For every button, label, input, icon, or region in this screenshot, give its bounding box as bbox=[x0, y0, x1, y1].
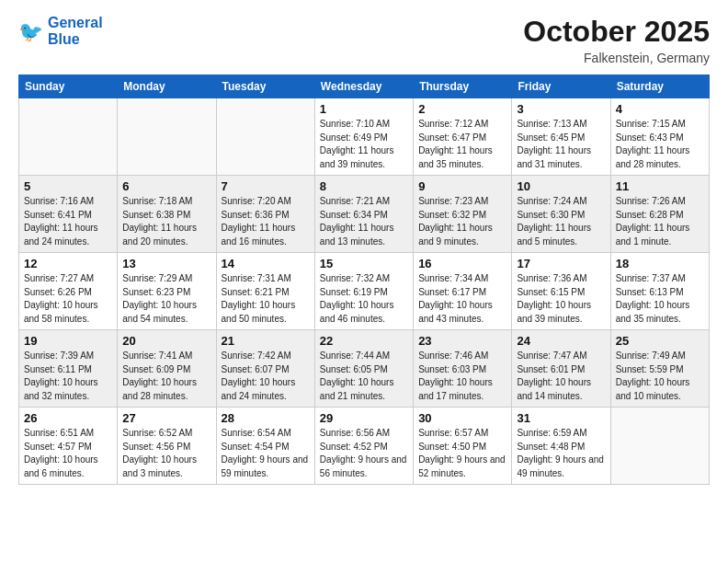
calendar-cell-w2d2: 6Sunrise: 7:18 AMSunset: 6:38 PMDaylight… bbox=[118, 176, 216, 253]
header-thursday: Thursday bbox=[414, 75, 512, 98]
calendar-cell-w4d1: 19Sunrise: 7:39 AMSunset: 6:11 PMDayligh… bbox=[19, 330, 118, 408]
day-number: 12 bbox=[24, 257, 112, 270]
day-number: 1 bbox=[320, 102, 408, 116]
day-info: Sunrise: 7:15 AMSunset: 6:43 PMDaylight:… bbox=[616, 118, 704, 171]
calendar-cell-w5d4: 29Sunrise: 6:56 AMSunset: 4:52 PMDayligh… bbox=[314, 408, 413, 485]
location: Falkenstein, Germany bbox=[523, 51, 710, 65]
day-info: Sunrise: 6:51 AMSunset: 4:57 PMDaylight:… bbox=[24, 427, 112, 480]
logo-line1: General bbox=[48, 15, 103, 31]
day-info: Sunrise: 7:20 AMSunset: 6:36 PMDaylight:… bbox=[222, 195, 310, 248]
calendar-cell-w4d6: 24Sunrise: 7:47 AMSunset: 6:01 PMDayligh… bbox=[512, 330, 610, 408]
calendar-table: Sunday Monday Tuesday Wednesday Thursday… bbox=[18, 75, 710, 485]
day-number: 20 bbox=[122, 334, 210, 348]
day-info: Sunrise: 6:54 AMSunset: 4:54 PMDaylight:… bbox=[222, 427, 310, 480]
calendar-week-4: 19Sunrise: 7:39 AMSunset: 6:11 PMDayligh… bbox=[19, 330, 710, 408]
calendar-cell-w4d2: 20Sunrise: 7:41 AMSunset: 6:09 PMDayligh… bbox=[118, 330, 216, 408]
calendar-cell-w1d6: 3Sunrise: 7:13 AMSunset: 6:45 PMDaylight… bbox=[512, 98, 610, 176]
calendar-week-3: 12Sunrise: 7:27 AMSunset: 6:26 PMDayligh… bbox=[19, 253, 710, 330]
day-number: 3 bbox=[517, 102, 605, 116]
day-number: 18 bbox=[616, 257, 704, 270]
calendar-cell-w1d1 bbox=[19, 98, 118, 176]
day-info: Sunrise: 7:27 AMSunset: 6:26 PMDaylight:… bbox=[24, 272, 112, 326]
calendar-cell-w3d5: 16Sunrise: 7:34 AMSunset: 6:17 PMDayligh… bbox=[414, 253, 512, 330]
calendar-cell-w3d3: 14Sunrise: 7:31 AMSunset: 6:21 PMDayligh… bbox=[216, 253, 314, 330]
day-number: 17 bbox=[517, 257, 605, 270]
day-info: Sunrise: 7:47 AMSunset: 6:01 PMDaylight:… bbox=[517, 350, 605, 403]
header-friday: Friday bbox=[512, 75, 610, 98]
calendar-week-1: 1Sunrise: 7:10 AMSunset: 6:49 PMDaylight… bbox=[19, 98, 710, 176]
calendar-cell-w2d1: 5Sunrise: 7:16 AMSunset: 6:41 PMDaylight… bbox=[19, 176, 118, 253]
calendar-cell-w4d4: 22Sunrise: 7:44 AMSunset: 6:05 PMDayligh… bbox=[314, 330, 413, 408]
day-number: 5 bbox=[24, 179, 112, 193]
day-info: Sunrise: 7:37 AMSunset: 6:13 PMDaylight:… bbox=[616, 272, 704, 326]
logo-line2: Blue bbox=[48, 31, 103, 48]
day-number: 7 bbox=[222, 179, 310, 193]
calendar-week-2: 5Sunrise: 7:16 AMSunset: 6:41 PMDaylight… bbox=[19, 176, 710, 253]
calendar-cell-w2d6: 10Sunrise: 7:24 AMSunset: 6:30 PMDayligh… bbox=[512, 176, 610, 253]
calendar-header-row: Sunday Monday Tuesday Wednesday Thursday… bbox=[19, 75, 710, 98]
day-info: Sunrise: 7:10 AMSunset: 6:49 PMDaylight:… bbox=[320, 118, 408, 171]
header-sunday: Sunday bbox=[19, 75, 118, 98]
day-number: 22 bbox=[320, 334, 408, 348]
day-info: Sunrise: 6:59 AMSunset: 4:48 PMDaylight:… bbox=[517, 427, 605, 480]
svg-text:🐦: 🐦 bbox=[18, 18, 44, 43]
calendar-cell-w5d1: 26Sunrise: 6:51 AMSunset: 4:57 PMDayligh… bbox=[19, 408, 118, 485]
day-number: 6 bbox=[122, 179, 210, 193]
day-number: 24 bbox=[517, 334, 605, 348]
day-number: 25 bbox=[616, 334, 704, 348]
day-number: 31 bbox=[517, 411, 605, 425]
day-number: 28 bbox=[222, 411, 310, 425]
day-number: 10 bbox=[517, 179, 605, 193]
month-title: October 2025 bbox=[523, 15, 710, 49]
day-info: Sunrise: 7:34 AMSunset: 6:17 PMDaylight:… bbox=[418, 272, 506, 326]
day-number: 4 bbox=[616, 102, 704, 116]
header-saturday: Saturday bbox=[610, 75, 709, 98]
calendar-cell-w5d3: 28Sunrise: 6:54 AMSunset: 4:54 PMDayligh… bbox=[216, 408, 314, 485]
day-number: 29 bbox=[320, 411, 408, 425]
day-info: Sunrise: 7:16 AMSunset: 6:41 PMDaylight:… bbox=[24, 195, 112, 248]
day-info: Sunrise: 7:18 AMSunset: 6:38 PMDaylight:… bbox=[122, 195, 210, 248]
calendar-cell-w4d3: 21Sunrise: 7:42 AMSunset: 6:07 PMDayligh… bbox=[216, 330, 314, 408]
page: 🐦 General Blue October 2025 Falkenstein,… bbox=[0, 0, 728, 563]
calendar-cell-w3d2: 13Sunrise: 7:29 AMSunset: 6:23 PMDayligh… bbox=[118, 253, 216, 330]
calendar-cell-w3d1: 12Sunrise: 7:27 AMSunset: 6:26 PMDayligh… bbox=[19, 253, 118, 330]
calendar-cell-w2d5: 9Sunrise: 7:23 AMSunset: 6:32 PMDaylight… bbox=[414, 176, 512, 253]
calendar-cell-w5d6: 31Sunrise: 6:59 AMSunset: 4:48 PMDayligh… bbox=[512, 408, 610, 485]
day-number: 21 bbox=[222, 334, 310, 348]
calendar-cell-w1d5: 2Sunrise: 7:12 AMSunset: 6:47 PMDaylight… bbox=[414, 98, 512, 176]
calendar-cell-w3d6: 17Sunrise: 7:36 AMSunset: 6:15 PMDayligh… bbox=[512, 253, 610, 330]
day-number: 8 bbox=[320, 179, 408, 193]
day-number: 23 bbox=[418, 334, 506, 348]
day-number: 13 bbox=[122, 257, 210, 270]
day-info: Sunrise: 7:26 AMSunset: 6:28 PMDaylight:… bbox=[616, 195, 704, 248]
header-tuesday: Tuesday bbox=[216, 75, 314, 98]
day-info: Sunrise: 7:12 AMSunset: 6:47 PMDaylight:… bbox=[418, 118, 506, 171]
calendar-week-5: 26Sunrise: 6:51 AMSunset: 4:57 PMDayligh… bbox=[19, 408, 710, 485]
day-info: Sunrise: 7:39 AMSunset: 6:11 PMDaylight:… bbox=[24, 350, 112, 403]
day-number: 14 bbox=[222, 257, 310, 270]
calendar-cell-w2d7: 11Sunrise: 7:26 AMSunset: 6:28 PMDayligh… bbox=[610, 176, 709, 253]
day-info: Sunrise: 7:46 AMSunset: 6:03 PMDaylight:… bbox=[418, 350, 506, 403]
day-number: 15 bbox=[320, 257, 408, 270]
day-info: Sunrise: 6:57 AMSunset: 4:50 PMDaylight:… bbox=[418, 427, 506, 480]
calendar-body: 1Sunrise: 7:10 AMSunset: 6:49 PMDaylight… bbox=[19, 98, 710, 485]
day-number: 26 bbox=[24, 411, 112, 425]
calendar-cell-w1d3 bbox=[216, 98, 314, 176]
day-info: Sunrise: 7:13 AMSunset: 6:45 PMDaylight:… bbox=[517, 118, 605, 171]
calendar-cell-w1d7: 4Sunrise: 7:15 AMSunset: 6:43 PMDaylight… bbox=[610, 98, 709, 176]
day-info: Sunrise: 7:44 AMSunset: 6:05 PMDaylight:… bbox=[320, 350, 408, 403]
day-info: Sunrise: 6:56 AMSunset: 4:52 PMDaylight:… bbox=[320, 427, 408, 480]
calendar-cell-w5d7 bbox=[610, 408, 709, 485]
day-number: 2 bbox=[418, 102, 506, 116]
header-wednesday: Wednesday bbox=[314, 75, 413, 98]
day-info: Sunrise: 7:23 AMSunset: 6:32 PMDaylight:… bbox=[418, 195, 506, 248]
calendar-cell-w3d7: 18Sunrise: 7:37 AMSunset: 6:13 PMDayligh… bbox=[610, 253, 709, 330]
day-info: Sunrise: 7:24 AMSunset: 6:30 PMDaylight:… bbox=[517, 195, 605, 248]
calendar-cell-w2d3: 7Sunrise: 7:20 AMSunset: 6:36 PMDaylight… bbox=[216, 176, 314, 253]
day-info: Sunrise: 7:32 AMSunset: 6:19 PMDaylight:… bbox=[320, 272, 408, 326]
calendar-cell-w4d7: 25Sunrise: 7:49 AMSunset: 5:59 PMDayligh… bbox=[610, 330, 709, 408]
day-info: Sunrise: 6:52 AMSunset: 4:56 PMDaylight:… bbox=[122, 427, 210, 480]
calendar-cell-w1d4: 1Sunrise: 7:10 AMSunset: 6:49 PMDaylight… bbox=[314, 98, 413, 176]
day-info: Sunrise: 7:31 AMSunset: 6:21 PMDaylight:… bbox=[222, 272, 310, 326]
day-number: 30 bbox=[418, 411, 506, 425]
